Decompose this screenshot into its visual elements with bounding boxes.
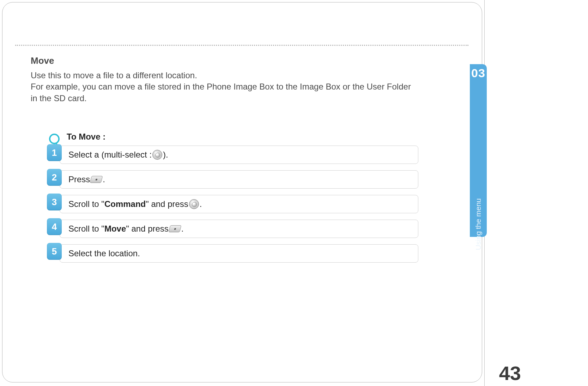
step-row: 1 Select a (multi-select : ). — [47, 146, 418, 164]
step-text: Press . — [60, 170, 418, 189]
step-row: 4 Scroll to " Move " and press . — [47, 220, 418, 238]
step-text-segment: . — [181, 224, 184, 234]
step-row: 2 Press . — [47, 170, 418, 189]
chapter-label: Using the menu — [474, 198, 483, 250]
steps-header: To Move : — [47, 131, 418, 142]
section-title: Move — [31, 55, 418, 66]
step-text-segment: Select a (multi-select : — [68, 150, 152, 160]
softkey-button-icon — [168, 225, 181, 232]
section-description: Use this to move a file to a different l… — [31, 70, 418, 104]
step-row: 3 Scroll to " Command " and press . — [47, 195, 418, 213]
step-bold-term: Command — [104, 199, 146, 209]
softkey-button-icon — [90, 176, 103, 183]
step-text-segment: ). — [163, 150, 168, 160]
steps-title: To Move : — [67, 132, 105, 142]
step-text: Scroll to " Move " and press . — [60, 220, 418, 238]
step-number-badge: 3 — [47, 194, 62, 210]
step-text-segment: . — [200, 199, 202, 209]
step-text: Scroll to " Command " and press . — [60, 195, 418, 213]
chapter-label-wrap: Using the menu — [452, 80, 504, 237]
step-text-segment: " and press — [126, 224, 169, 234]
magnifier-bullet-icon — [49, 134, 60, 144]
steps-block: To Move : 1 Select a (multi-select : ). … — [47, 131, 418, 263]
step-text-segment: Select the location. — [68, 249, 140, 258]
page-number: 43 — [499, 362, 521, 385]
step-text: Select the location. — [60, 244, 418, 263]
ok-button-icon — [152, 150, 162, 160]
step-text-segment: . — [103, 174, 105, 184]
page-frame: Move Use this to move a file to a differ… — [2, 2, 482, 382]
step-number-badge: 4 — [47, 218, 62, 235]
step-number-badge: 1 — [47, 144, 62, 161]
description-line-2: For example, you can move a file stored … — [31, 82, 411, 103]
step-text-segment: Press — [68, 174, 90, 184]
step-number-badge: 5 — [47, 243, 62, 260]
chapter-side-tab: 03 Using the menu — [470, 64, 487, 237]
step-text-segment: Scroll to " — [68, 224, 104, 234]
step-text-segment: " and press — [146, 199, 188, 209]
dotted-separator — [15, 45, 468, 46]
step-text: Select a (multi-select : ). — [60, 146, 418, 164]
step-text-segment: Scroll to " — [68, 199, 104, 209]
chapter-number: 03 — [471, 66, 485, 80]
description-line-1: Use this to move a file to a different l… — [31, 71, 197, 80]
step-bold-term: Move — [104, 224, 126, 234]
ok-button-icon — [189, 199, 199, 209]
step-row: 5 Select the location. — [47, 244, 418, 263]
step-number-badge: 2 — [47, 169, 62, 186]
content-area: Move Use this to move a file to a differ… — [31, 55, 418, 269]
